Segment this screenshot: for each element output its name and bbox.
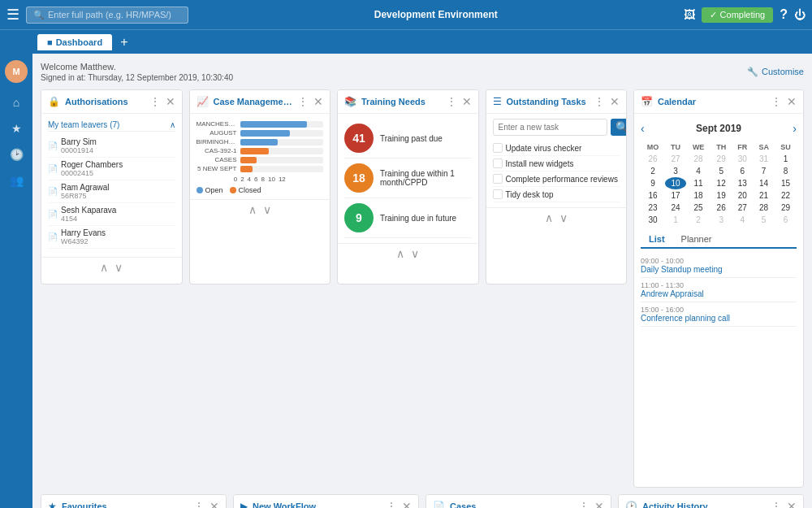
calendar-day[interactable]: 31 [753, 153, 775, 165]
calendar-day[interactable]: 6 [732, 165, 753, 177]
help-icon[interactable]: ? [780, 7, 788, 22]
calendar-day[interactable]: 5 [710, 165, 732, 177]
home-icon[interactable]: ⌂ [13, 96, 19, 109]
task-checkbox[interactable] [493, 158, 503, 168]
cases-close-icon[interactable]: ✕ [594, 500, 604, 508]
task-checkbox[interactable] [493, 174, 503, 184]
calendar-day[interactable]: 27 [665, 153, 686, 165]
people-icon[interactable]: 👥 [10, 174, 24, 187]
calendar-day[interactable]: 2 [641, 165, 665, 177]
calendar-day[interactable]: 14 [753, 177, 775, 189]
calendar-day[interactable]: 4 [732, 214, 753, 226]
next-icon[interactable]: ∨ [114, 261, 123, 274]
signin-time: Signed in at: Thursday, 12 September 201… [41, 73, 233, 82]
avatar[interactable]: M [5, 60, 28, 83]
calendar-day[interactable]: 23 [641, 202, 665, 214]
calendar-day[interactable]: 6 [775, 214, 797, 226]
workflow-menu-icon[interactable]: ⋮ [386, 500, 397, 508]
workflow-close-icon[interactable]: ✕ [402, 500, 412, 508]
star-icon[interactable]: ★ [11, 122, 22, 135]
calendar-day[interactable]: 5 [753, 214, 775, 226]
training-needs-body: 41 Training past due 18 Training due wit… [338, 114, 478, 243]
add-tab-button[interactable]: + [117, 35, 131, 50]
case-management-header: 📈 Case Management T... ⋮ ✕ [190, 90, 330, 114]
task-add-button[interactable]: 🔍 [611, 119, 628, 136]
calendar-day[interactable]: 22 [775, 189, 797, 202]
welcome-header: Welcome Matthew. Signed in at: Thursday,… [41, 60, 804, 83]
fav-close-icon[interactable]: ✕ [209, 500, 219, 508]
case-close-icon[interactable]: ✕ [313, 95, 323, 108]
calendar-day[interactable]: 21 [753, 189, 775, 202]
cases-menu-icon[interactable]: ⋮ [578, 500, 590, 508]
power-icon[interactable]: ⏻ [794, 8, 806, 21]
cal-menu-icon[interactable]: ⋮ [771, 95, 782, 108]
next-icon[interactable]: ∨ [559, 211, 568, 224]
search-input[interactable] [48, 10, 181, 20]
calendar-day[interactable]: 27 [732, 202, 753, 214]
calendar-day[interactable]: 1 [775, 153, 797, 165]
training-menu-icon[interactable]: ⋮ [446, 95, 457, 108]
calendar-day[interactable]: 3 [710, 214, 732, 226]
task-checkbox[interactable] [493, 143, 503, 153]
prev-icon[interactable]: ∧ [100, 261, 108, 274]
tab-planner[interactable]: Planner [673, 231, 720, 247]
cases-title: Cases [450, 501, 573, 508]
calendar-day[interactable]: 15 [775, 177, 797, 189]
calendar-day[interactable]: 25 [686, 202, 710, 214]
calendar-day[interactable]: 18 [686, 189, 710, 202]
prev-icon[interactable]: ∧ [545, 211, 553, 224]
calendar-day[interactable]: 29 [775, 202, 797, 214]
widget-training-needs: 📚 Training Needs ⋮ ✕ 41 Training past du… [337, 89, 479, 284]
cal-next-button[interactable]: › [793, 122, 797, 135]
tasks-close-icon[interactable]: ✕ [610, 95, 620, 108]
next-icon[interactable]: ∨ [411, 247, 419, 260]
calendar-day[interactable]: 28 [753, 202, 775, 214]
calendar-day[interactable]: 29 [710, 153, 732, 165]
tasks-menu-icon[interactable]: ⋮ [594, 95, 605, 108]
calendar-day[interactable]: 26 [641, 153, 665, 165]
calendar-day[interactable]: 13 [732, 177, 753, 189]
auth-menu-icon[interactable]: ⋮ [149, 95, 161, 108]
calendar-day[interactable]: 11 [686, 177, 710, 189]
calendar-day[interactable]: 24 [665, 202, 686, 214]
calendar-day[interactable]: 10 [665, 177, 686, 189]
calendar-day[interactable]: 30 [641, 214, 665, 226]
calendar-day[interactable]: 8 [775, 165, 797, 177]
calendar-day[interactable]: 1 [665, 214, 686, 226]
task-input[interactable] [493, 119, 607, 136]
calendar-day[interactable]: 4 [686, 165, 710, 177]
auth-close-icon[interactable]: ✕ [166, 95, 175, 108]
calendar-day[interactable]: 3 [665, 165, 686, 177]
dashboard-tab[interactable]: ■ Dashboard [37, 34, 112, 50]
calendar-day[interactable]: 28 [686, 153, 710, 165]
tab-list[interactable]: List [641, 231, 673, 249]
fav-menu-icon[interactable]: ⋮ [193, 500, 205, 508]
cal-prev-button[interactable]: ‹ [641, 122, 645, 135]
clock-icon[interactable]: 🕑 [10, 148, 24, 161]
calendar-day[interactable]: 26 [710, 202, 732, 214]
complete-button[interactable]: ✓ Completing [702, 7, 774, 23]
training-close-icon[interactable]: ✕ [462, 95, 472, 108]
customise-button[interactable]: 🔧 Customise [747, 67, 804, 77]
list-item: 18 Training due within 1 month/CPPD [344, 158, 472, 198]
calendar-day[interactable]: 30 [732, 153, 753, 165]
cal-close-icon[interactable]: ✕ [787, 95, 797, 108]
activity-close-icon[interactable]: ✕ [787, 500, 797, 508]
calendar-day[interactable]: 16 [641, 189, 665, 202]
task-checkbox[interactable] [493, 189, 503, 199]
prev-icon[interactable]: ∧ [248, 203, 257, 216]
calendar-day[interactable]: 17 [665, 189, 686, 202]
prev-icon[interactable]: ∧ [396, 247, 404, 260]
case-menu-icon[interactable]: ⋮ [297, 95, 309, 108]
next-icon[interactable]: ∨ [263, 203, 271, 216]
calendar-day[interactable]: 12 [710, 177, 732, 189]
auth-section-header[interactable]: My team leavers (7) ∧ [48, 119, 175, 132]
calendar-day[interactable]: 9 [641, 177, 665, 189]
calendar-day[interactable]: 20 [732, 189, 753, 202]
calendar-day[interactable]: 19 [710, 189, 732, 202]
calendar-day[interactable]: 7 [753, 165, 775, 177]
hamburger-icon[interactable]: ☰ [6, 6, 19, 24]
main-layout: M ⌂ ★ 🕑 👥 Welcome Matthew. Signed in at:… [0, 54, 812, 508]
calendar-day[interactable]: 2 [686, 214, 710, 226]
activity-menu-icon[interactable]: ⋮ [771, 500, 782, 508]
